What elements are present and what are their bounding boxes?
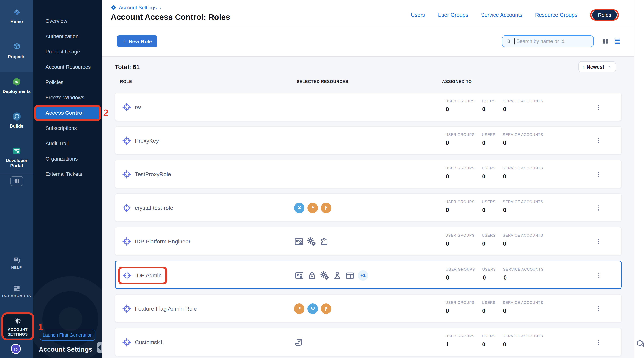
svg-text:∞: ∞ — [15, 79, 18, 84]
assigned-stat-value: 0 — [482, 240, 486, 247]
role-row[interactable]: ProxyKeyUSER GROUPS0USERS0SERVICE ACCOUN… — [115, 126, 622, 154]
assigned-stat-value: 0 — [482, 106, 486, 113]
assigned-stat-label: USERS — [482, 166, 496, 170]
tab-resource-groups[interactable]: Resource Groups — [535, 12, 577, 18]
total-count: Total: 61 — [115, 63, 140, 71]
launch-first-generation-button[interactable]: Launch First Generation — [40, 330, 96, 341]
sidebar-item-help[interactable]: ? — [0, 256, 33, 266]
toolbar: + New Role — [102, 26, 634, 57]
support-chat-icon[interactable] — [636, 339, 644, 349]
assigned-stat-value: 0 — [482, 341, 486, 348]
assigned-stat-label: USERS — [482, 267, 496, 271]
sidebar-item-label: Organizations — [33, 151, 102, 166]
sidebar-item-deployments[interactable]: ∞ — [0, 77, 33, 88]
kebab-menu-icon — [595, 170, 602, 178]
row-menu-button[interactable] — [593, 203, 604, 213]
row-menu-button[interactable] — [593, 135, 604, 146]
sidebar-collapse-button[interactable] — [96, 342, 102, 353]
projects-cube-icon — [11, 42, 22, 52]
search-input[interactable] — [514, 38, 593, 44]
role-name: Customsk1 — [135, 328, 163, 356]
resource-person-icon — [332, 271, 342, 280]
assigned-stat-label: USERS — [482, 233, 496, 237]
assigned-stat-label: USERS — [482, 334, 496, 338]
resource-scroll-check-icon — [294, 337, 304, 347]
row-menu-button[interactable] — [593, 102, 604, 112]
assigned-stat-label: SERVICE ACCOUNTS — [503, 166, 543, 170]
breadcrumb-account-settings-link[interactable]: Account Settings — [119, 5, 157, 11]
sidebar-item-external-tickets[interactable]: External Tickets — [33, 166, 102, 182]
role-name: IDP Admin — [135, 261, 162, 290]
role-row[interactable]: rwUSER GROUPS0USERS0SERVICE ACCOUNTS0 — [115, 93, 622, 121]
role-name: TestProxyRole — [135, 160, 171, 189]
sidebar-item-authentication[interactable]: Authentication — [33, 29, 102, 44]
sidebar-item-organizations[interactable]: Organizations — [33, 151, 102, 166]
kebab-menu-icon — [595, 103, 602, 111]
tab-roles[interactable]: Roles — [592, 10, 617, 20]
sidebar-item-overview[interactable]: Overview — [33, 14, 102, 29]
assigned-stat-value: 0 — [503, 207, 506, 214]
assigned-stat-value: 0 — [446, 240, 449, 247]
role-target-icon — [122, 102, 132, 112]
sidebar-item-policies[interactable]: Policies — [33, 75, 102, 90]
sidebar-item-access-control[interactable]: Access Control — [33, 105, 102, 121]
role-name: ProxyKey — [135, 126, 159, 155]
module-selector-button[interactable] — [10, 176, 23, 186]
sidebar-item-freeze-windows[interactable]: Freeze Windows — [33, 90, 102, 105]
sidebar-item-audit-trail[interactable]: Audit Trail — [33, 136, 102, 151]
page-title: Account Access Control: Roles — [111, 13, 230, 22]
row-menu-button[interactable] — [594, 270, 604, 281]
annotation-ring-roles-tab: Roles — [590, 9, 619, 20]
sidebar-item-product-usage[interactable]: Product Usage — [33, 44, 102, 59]
row-menu-button[interactable] — [593, 236, 604, 247]
sidebar-item-subscriptions[interactable]: Subscriptions — [33, 121, 102, 136]
role-target-icon — [122, 304, 132, 314]
new-role-label: New Role — [128, 38, 152, 44]
grid-view-icon — [602, 38, 609, 45]
tab-user-groups[interactable]: User Groups — [438, 12, 468, 18]
sidebar-item-account-settings[interactable]: ACCOUNT SETTINGS — [3, 314, 32, 338]
sidebar-item-dashboards[interactable] — [0, 284, 33, 294]
row-menu-button[interactable] — [593, 337, 604, 347]
assigned-stat-label: SERVICE ACCOUNTS — [503, 267, 544, 271]
resource-overflow-badge[interactable]: +1 — [358, 270, 368, 281]
role-name: IDP Platform Engineer — [135, 227, 190, 256]
dashboards-grid-icon — [12, 284, 21, 293]
roles-list: rwUSER GROUPS0USERS0SERVICE ACCOUNTS0Pro… — [115, 93, 622, 358]
tab-service-accounts[interactable]: Service Accounts — [481, 12, 522, 18]
sort-selected-value: Newest — [586, 64, 604, 70]
role-row[interactable]: crystal-test-roleUSER GROUPS0USERS0SERVI… — [115, 193, 622, 222]
sidebar-item-label: Developer Portal — [0, 158, 33, 168]
sidebar-item-label: Projects — [0, 54, 33, 59]
list-view-icon — [614, 38, 621, 45]
role-row[interactable]: Feature Flag Admin RoleUSER GROUPS0USERS… — [115, 294, 622, 322]
sidebar-footer-title: Account Settings — [39, 346, 92, 353]
resource-certificate-icon — [294, 271, 304, 280]
sidebar-item-home[interactable] — [0, 7, 33, 19]
role-row[interactable]: IDP Platform EngineerUSER GROUPS0USERS0S… — [115, 227, 622, 255]
sidebar-item-label: Overview — [33, 14, 102, 29]
sort-dropdown[interactable]: ↑↓ Newest — [578, 61, 616, 72]
sidebar-item-developer-portal[interactable] — [0, 146, 33, 157]
avatar[interactable]: D — [11, 344, 21, 354]
role-row[interactable]: IDP Admin+1USER GROUPS0USERS0SERVICE ACC… — [115, 261, 622, 289]
role-row[interactable]: TestProxyRoleUSER GROUPS0USERS0SERVICE A… — [115, 160, 622, 188]
grid-view-button[interactable] — [602, 38, 609, 45]
sidebar-item-account-resources[interactable]: Account Resources — [33, 59, 102, 75]
sidebar-item-label: Product Usage — [33, 44, 102, 59]
sidebar-item-label: DASHBOARDS — [0, 293, 33, 299]
assigned-stat-value: 0 — [503, 308, 506, 314]
row-menu-button[interactable] — [593, 169, 604, 180]
tab-users[interactable]: Users — [411, 12, 425, 18]
sidebar-item-builds[interactable] — [0, 111, 33, 123]
role-row[interactable]: Customsk1USER GROUPS1USERS0SERVICE ACCOU… — [115, 328, 622, 356]
assigned-stat-label: USERS — [482, 99, 496, 103]
sidebar-item-projects[interactable] — [0, 42, 33, 54]
kebab-menu-icon — [595, 204, 602, 212]
sidebar-item-label: Subscriptions — [33, 121, 102, 136]
new-role-button[interactable]: + New Role — [117, 36, 157, 47]
row-menu-button[interactable] — [593, 303, 604, 314]
selected-resources — [294, 194, 331, 222]
list-view-button[interactable] — [614, 38, 621, 45]
rail-divider — [0, 174, 33, 174]
